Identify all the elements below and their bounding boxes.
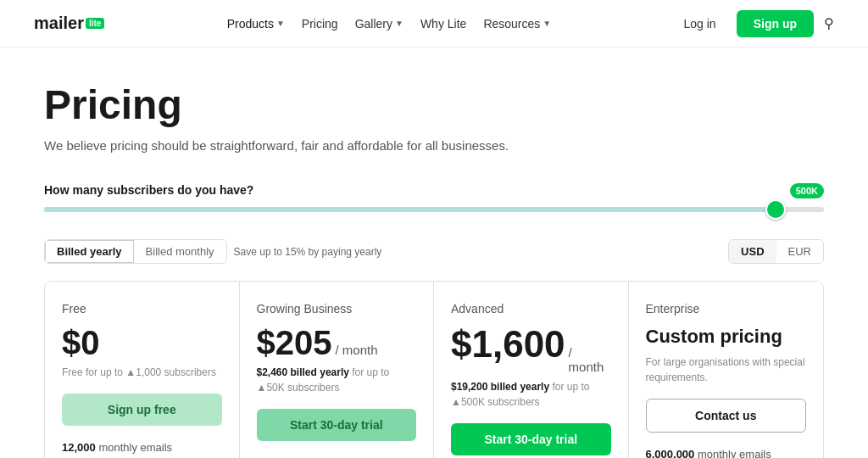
billing-toggle-group: Billed yearly Billed monthly [44,239,227,264]
card-price: $1,600 [451,326,565,363]
custom-pricing-title: Custom pricing [646,326,807,348]
card-tier: Growing Business [257,302,417,316]
card-billing: $19,200 billed yearly for up to ▲500K su… [451,379,611,410]
card-tier: Free [62,302,222,316]
chevron-down-icon: ▼ [276,19,285,28]
logo-badge: lite [86,18,104,29]
nav-item-pricing[interactable]: Pricing [293,12,347,36]
pricing-card-advanced: Advanced $1,600 / month $19,200 billed y… [434,282,629,458]
nav-item-gallery[interactable]: Gallery ▼ [347,12,412,36]
main-nav: Products ▼PricingGallery ▼Why LiteResour… [219,12,560,36]
billing-monthly-button[interactable]: Billed monthly [134,240,226,263]
nav-item-why-lite[interactable]: Why Lite [412,12,475,36]
card-price: $0 [62,326,100,360]
search-button[interactable]: ⚲ [824,15,834,31]
feature-list: 12,000 monthly emails1 userEmail support [62,441,222,458]
pricing-card-enterprise: Enterprise Custom pricing For large orga… [629,282,824,458]
billing-toggle: Billed yearly Billed monthly Save up to … [44,239,381,264]
currency-usd-button[interactable]: USD [729,240,776,263]
logo-text: mailer [34,14,84,33]
page-title: Pricing [44,81,824,128]
cta-signup-free[interactable]: Sign up free [62,394,222,426]
card-billing: Free for up to ▲1,000 subscribers [62,365,222,380]
slider-label: How many subscribers do you have? [44,183,824,197]
logo[interactable]: mailer lite [34,14,104,33]
card-billing: For large organisations with special req… [646,355,807,385]
card-price-suffix: / month [569,345,611,374]
card-tier: Advanced [451,302,611,316]
subscriber-slider-section: How many subscribers do you have? 500K [44,183,824,212]
currency-toggle: USD EUR [728,239,824,264]
cta-trial-dark[interactable]: Start 30-day trial [451,423,611,455]
chevron-down-icon: ▼ [395,19,403,28]
nav-label: Pricing [302,17,338,31]
nav-label: Products [227,17,274,31]
site-header: mailer lite Products ▼PricingGallery ▼Wh… [0,0,868,47]
subscriber-input[interactable] [44,207,824,212]
feature-list: 6,000,000 monthly emailsUnlimited users2… [646,448,807,458]
signup-button[interactable]: Sign up [737,10,814,37]
main-content: Pricing We believe pricing should be str… [27,47,841,458]
card-tier: Enterprise [646,302,807,316]
page-subtitle: We believe pricing should be straightfor… [44,138,824,153]
save-note: Save up to 15% by paying yearly [234,246,382,258]
pricing-cards: Free $0 Free for up to ▲1,000 subscriber… [44,281,824,458]
card-billing: $2,460 billed yearly for up to ▲50K subs… [257,365,417,395]
billing-row: Billed yearly Billed monthly Save up to … [44,239,824,264]
login-button[interactable]: Log in [674,12,726,36]
header-actions: Log in Sign up ⚲ [674,10,834,37]
cta-trial[interactable]: Start 30-day trial [257,409,417,441]
nav-label: Resources [483,17,540,31]
pricing-card-growing-business: Growing Business $205 / month $2,460 bil… [240,282,435,458]
nav-label: Gallery [355,17,392,31]
chevron-down-icon: ▼ [542,19,551,28]
feature-item: 12,000 monthly emails [62,441,222,454]
billing-yearly-button[interactable]: Billed yearly [45,240,134,263]
slider-wrapper: 500K [44,207,824,212]
currency-eur-button[interactable]: EUR [776,240,823,263]
cta-contact[interactable]: Contact us [646,399,807,433]
pricing-card-free: Free $0 Free for up to ▲1,000 subscriber… [45,282,240,458]
nav-item-resources[interactable]: Resources ▼ [475,12,559,36]
feature-item: 6,000,000 monthly emails [646,448,807,458]
nav-label: Why Lite [420,17,466,31]
card-price: $205 [257,326,332,360]
nav-item-products[interactable]: Products ▼ [219,12,293,36]
slider-badge: 500K [790,183,824,198]
card-price-suffix: / month [335,343,377,357]
